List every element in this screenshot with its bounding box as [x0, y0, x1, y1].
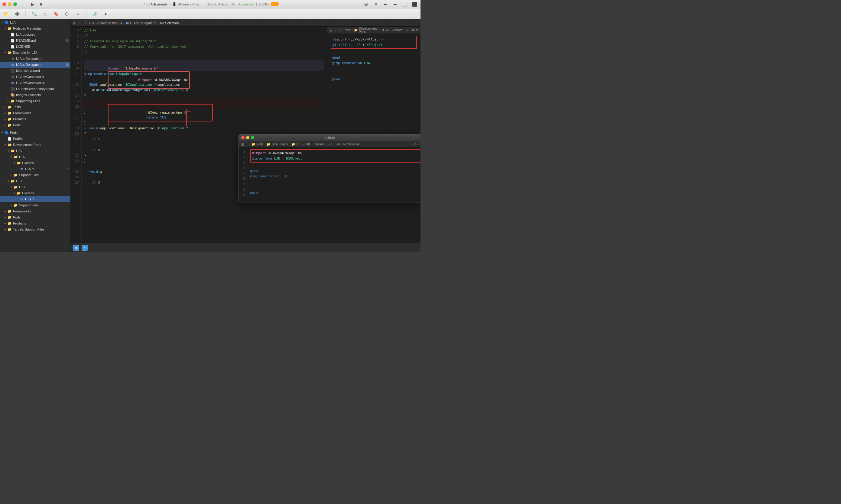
editor-breadcrumb: ⊞ ‹ › ⬡ LJA › Example for LJA › m LJAppD… — [71, 19, 421, 26]
right-back-icon[interactable]: ‹ — [335, 28, 336, 32]
sidebar-item-classes-lja[interactable]: ▾ 📂 Classes — [0, 160, 70, 166]
navigator-toggle-icon[interactable]: ≡ — [372, 1, 380, 8]
floating-breadcrumb-ljb[interactable]: LJB — [296, 143, 301, 146]
jump-forward-icon[interactable]: ➡ — [391, 1, 399, 8]
editor-layout-icon[interactable]: ⊞ — [363, 1, 370, 8]
floating-minimize-btn[interactable] — [246, 136, 249, 139]
floating-breadcrumb-ljb-folder[interactable]: 📁 — [292, 143, 295, 146]
add-file-icon[interactable]: ➕ — [13, 10, 20, 18]
warning-badge: ⚠ 2 — [270, 2, 279, 6]
bottom-nav-icon[interactable]: ◀ — [73, 245, 79, 251]
sidebar-item-license[interactable]: 📄 LICENSE — [0, 43, 70, 50]
sidebar-item-ljappdelegate-m[interactable]: m LJAppDelegate.m M — [0, 61, 70, 68]
floating-nav-icon[interactable]: ‹ ⚠ › — [412, 143, 419, 146]
floating-breadcrumb-pods[interactable]: Pods — [256, 143, 263, 146]
filter-icon[interactable]: ≡ — [74, 10, 81, 18]
sidebar-item-lja-devpod2[interactable]: ▾ 📂 LJA — [0, 154, 70, 160]
sidebar-item-lja-root[interactable]: ▾ 🔵 LJA — [0, 19, 70, 25]
sidebar-item-pods-group[interactable]: ▸ 📁 Pods — [0, 122, 70, 128]
sidebar-item-ljb-devpod[interactable]: ▾ 📂 LJB — [0, 178, 70, 184]
sidebar-item-frameworks[interactable]: ▸ 📁 Frameworks — [0, 110, 70, 116]
floating-close-btn[interactable] — [241, 136, 245, 139]
sidebar-item-products2[interactable]: ▸ 📁 Products — [0, 220, 70, 226]
sidebar-item-pods2[interactable]: ▸ 📁 Pods — [0, 214, 70, 220]
sidebar-item-example-lja[interactable]: ▾ 📂 Example for LJA — [0, 50, 70, 56]
sidebar-item-products[interactable]: ▸ 📁 Products — [0, 116, 70, 122]
jump-back-icon[interactable]: ⬅ — [382, 1, 389, 8]
breakpoint-icon[interactable]: ⬡ — [63, 10, 70, 18]
right-breadcrumb-devpods-label[interactable]: Development Pods — [359, 27, 380, 34]
sidebar-item-ljvc-m[interactable]: m LJViewController.m — [0, 80, 70, 86]
navigator-icon[interactable]: 📁 — [2, 10, 10, 18]
floating-code-area[interactable]: 1 2 3 4 5 6 7 8 9 #import <LJWXSDK/WXApi… — [239, 148, 421, 202]
sidebar-item-launch-storyboard[interactable]: ⬛ LaunchScreen.storyboard — [0, 86, 70, 92]
floating-breadcrumb-filename[interactable]: LJB.m — [331, 143, 340, 146]
sidebar-item-support-files-lja[interactable]: ▸ 📁 Support Files — [0, 172, 70, 178]
close-button[interactable] — [2, 2, 6, 6]
sidebar-item-ljb-devpod2[interactable]: ▾ 📂 LJB — [0, 184, 70, 190]
floating-ljb-window[interactable]: LJB.m ⊞ ‹ › 📁 Pods › 📁 Deve...Pods › 📁 L… — [239, 134, 421, 202]
breadcrumb-filename[interactable]: LJAppDelegate.m — [130, 21, 156, 25]
right-forward-icon[interactable]: › — [337, 28, 338, 32]
sidebar-item-development-pods[interactable]: ▾ 📂 Development Pods — [0, 142, 70, 148]
secondary-toolbar: 📁 ➕ 🔍 ⚠ 🔖 ⬡ ≡ 🔗 ➤ — [0, 8, 421, 19]
right-breadcrumb-filename[interactable]: LJA.m — [409, 29, 418, 32]
run-button[interactable]: ▶ — [29, 1, 36, 8]
sidebar-item-tests[interactable]: ▸ 📁 Tests — [0, 104, 70, 110]
sidebar-item-classes-ljb[interactable]: ▾ 📂 Classes — [0, 190, 70, 196]
sidebar-item-ljvc-h[interactable]: h LJViewController.h — [0, 74, 70, 80]
back-arrow-icon[interactable]: ‹ — [78, 21, 80, 25]
sidebar-item-lja-devpod[interactable]: ▾ 📂 LJA — [0, 148, 70, 154]
device-name: iPhone 7 Plus — [178, 2, 199, 6]
search-icon[interactable]: 🔍 — [31, 10, 38, 18]
sidebar-item-support-files-ljb[interactable]: ▸ 📁 Support Files — [0, 202, 70, 208]
breadcrumb-example[interactable]: Example for LJA — [98, 21, 123, 25]
sidebar-item-ljappdelegate-h[interactable]: h LJAppDelegate.h — [0, 56, 70, 61]
bookmark-icon[interactable]: 🔖 — [52, 10, 59, 18]
floating-fullscreen-btn[interactable] — [251, 136, 254, 139]
right-panel-breadcrumb: ⊞ ‹ › ⬡ Pods › 📁 Development Pods › LJA … — [327, 26, 421, 34]
sidebar-item-main-storyboard[interactable]: ⬛ Main.storyboard — [0, 68, 70, 74]
sidebar-separator — [0, 129, 70, 129]
forward-arrow-icon[interactable]: › — [81, 21, 82, 25]
sidebar-item-ljb-m[interactable]: m LJB.m — [0, 196, 70, 202]
right-breadcrumb-devpods[interactable]: 📁 — [354, 29, 357, 32]
floating-breadcrumb-classes[interactable]: Classes — [314, 143, 325, 146]
sidebar-item-lja-m[interactable]: m LJA.m ? — [0, 166, 70, 172]
sidebar-item-images-xcassets[interactable]: 🎨 Images.xcassets — [0, 92, 70, 98]
right-breadcrumb-classes[interactable]: Classes — [392, 29, 403, 32]
stop-button[interactable]: ■ — [37, 1, 45, 8]
build-time: 2.500s — [259, 2, 269, 6]
sidebar-item-targets-support[interactable]: ▸ 📁 Targets Support Files — [0, 226, 70, 232]
sidebar-item-readme[interactable]: 📄 README.md M — [0, 37, 70, 43]
fullscreen-button[interactable] — [13, 2, 17, 6]
build-status-text: Succeeded — [238, 2, 254, 6]
sidebar-item-supporting-files[interactable]: ▸ 📁 Supporting Files — [0, 98, 70, 104]
sidebar-item-lja-podspec[interactable]: 📄 LJA.podspec — [0, 32, 70, 37]
right-breadcrumb-pods[interactable]: Pods — [344, 29, 351, 32]
sidebar-item-podfile[interactable]: 📄 Podfile — [0, 136, 70, 142]
floating-breadcrumb-ljb2[interactable]: LJB — [305, 143, 310, 146]
minimize-button[interactable] — [8, 2, 12, 6]
toolbar-separator-1 — [25, 11, 26, 17]
floating-code-lines[interactable]: #import <LJWXSDK/WXApi.h> @interface LJB… — [248, 149, 421, 201]
split-editor-icon[interactable]: ⬜ — [401, 1, 408, 8]
sidebar-item-pods-root[interactable]: ▾ 🔵 Pods — [0, 130, 70, 136]
floating-back-icon[interactable]: ‹ — [247, 142, 248, 146]
sidebar-item-frameworks2[interactable]: ▸ 📁 Frameworks — [0, 208, 70, 214]
floating-breadcrumb-devpods[interactable]: 📁 — [267, 143, 270, 146]
debug-icon[interactable]: 🔗 — [91, 10, 99, 18]
floating-window-title: LJB.m — [325, 136, 335, 140]
floating-traffic-lights — [241, 136, 254, 139]
floating-line-numbers: 1 2 3 4 5 6 7 8 9 — [239, 149, 248, 201]
right-breadcrumb-lja[interactable]: LJA — [383, 29, 388, 32]
jump-icon[interactable]: ➤ — [102, 10, 109, 18]
floating-breadcrumb-devpods-label[interactable]: Deve...Pods — [271, 143, 288, 146]
panel-toggle-icon[interactable]: ⬛ — [411, 1, 418, 8]
breadcrumb-lja[interactable]: LJA — [89, 21, 94, 25]
warning-icon[interactable]: ⚠ — [41, 10, 49, 18]
sidebar-item-podspec-metadata[interactable]: ▾ 📂 Podspec Metadata — [0, 25, 70, 32]
floating-forward-icon[interactable]: › — [249, 142, 250, 146]
bottom-add-btn[interactable]: + — [82, 245, 88, 251]
right-grid-icon: ⊞ — [330, 28, 333, 32]
